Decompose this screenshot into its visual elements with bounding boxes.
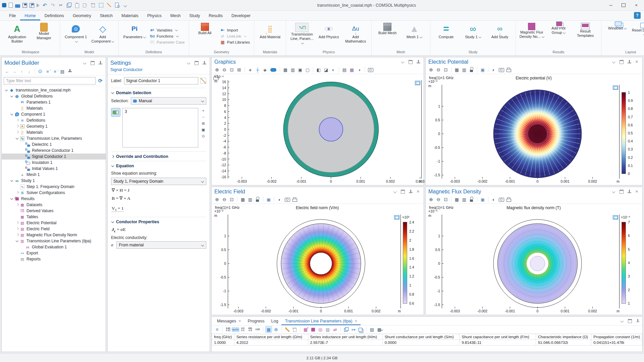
scene-icon[interactable] (330, 66, 337, 73)
float-window-icon[interactable] (619, 60, 624, 64)
camera-icon[interactable] (498, 196, 504, 203)
color-table-icon[interactable] (310, 326, 316, 333)
tree-item-transmission-line-parameters-tlpa[interactable]: Transmission Line Parameters (tlpa) (2, 238, 106, 244)
scene-icon[interactable] (276, 196, 283, 203)
tree-item-component-1[interactable]: Component 1 (2, 111, 106, 117)
add-icon[interactable]: + (200, 108, 206, 113)
menu-results[interactable]: Results (204, 11, 227, 20)
section-domain-selection[interactable]: Domain Selection (111, 88, 206, 97)
ribbon-reset-desktop-button[interactable]: Reset Desktop (631, 22, 644, 50)
tree-item-signal-conductor-1[interactable]: Signal Conductor 1 (2, 154, 106, 160)
table-row[interactable]: 1.00004.20122.5573E-70.00009.8143E-1151.… (212, 340, 642, 346)
delete-icon[interactable] (291, 326, 298, 333)
grid-icon[interactable] (282, 66, 289, 73)
ribbon-add-component-button[interactable]: Add Component (90, 22, 116, 50)
snapshot-icon[interactable] (613, 85, 618, 90)
print-icon[interactable] (291, 196, 298, 203)
ribbon-add-material-button[interactable]: Add Material (257, 22, 283, 50)
cut-icon[interactable] (58, 2, 64, 8)
tree-twisty-icon[interactable] (10, 196, 14, 201)
ribbon-magnetic-flux-density-no-button[interactable]: Magnetic Flux Density No... (519, 22, 545, 50)
snapshot-icon[interactable] (394, 215, 399, 220)
tree-twisty-icon[interactable] (15, 202, 20, 207)
grid2-icon[interactable] (247, 196, 254, 203)
environment-icon[interactable] (356, 66, 363, 73)
delete-icon[interactable] (90, 2, 96, 8)
pin-icon[interactable] (416, 60, 421, 64)
float-window-icon[interactable] (408, 60, 413, 64)
tree-item-global-evaluation-1[interactable]: Global Evaluation 1 (2, 244, 106, 250)
tree-item-study-1[interactable]: Study 1 (2, 178, 106, 184)
paste-icon[interactable]: ▣ (200, 127, 206, 132)
selection-active-toggle[interactable] (111, 108, 120, 117)
tree-item-export[interactable]: Export (2, 250, 106, 256)
clear-icon[interactable] (284, 326, 290, 333)
image-icon[interactable] (265, 196, 272, 203)
label-field[interactable] (124, 77, 198, 84)
lock-icon[interactable] (468, 196, 475, 203)
save-as-icon[interactable] (30, 3, 34, 8)
tab-close-icon[interactable]: × (238, 318, 241, 323)
wireframe-icon[interactable] (297, 66, 304, 73)
precision-085-icon[interactable]: 0.85 (254, 326, 261, 333)
zoom-out-icon[interactable] (435, 66, 442, 73)
ribbon-component-1-button[interactable]: Component 1 (63, 22, 89, 50)
copy-icon[interactable]: ⊞ (200, 121, 206, 126)
tab-transmission-line-parameters-tlpa[interactable]: Transmission Line Parameters (tlpa)× (281, 317, 361, 325)
zoom-in-icon[interactable] (214, 66, 220, 73)
ribbon-study-1-button[interactable]: Study 1 (460, 22, 486, 50)
float-window-icon[interactable] (90, 61, 95, 65)
float-window-icon[interactable] (400, 189, 406, 194)
lock-icon[interactable] (468, 66, 475, 73)
minimize-button[interactable]: ─ (605, 1, 616, 9)
tree-item-mesh-1[interactable]: Mesh 1 (2, 172, 106, 178)
save-icon[interactable] (22, 3, 27, 8)
chevron-down-icon[interactable] (611, 60, 616, 64)
tree-item-materials[interactable]: Materials (2, 105, 106, 111)
sort-desc-icon[interactable] (52, 68, 58, 75)
ribbon-result-templates-button[interactable]: Result Templates (572, 22, 598, 50)
run-icon[interactable] (37, 3, 40, 7)
tab-log[interactable]: Log (268, 317, 282, 325)
refresh-icon[interactable] (97, 77, 104, 84)
float-window-icon[interactable] (627, 319, 633, 323)
tree-item-global-definitions[interactable]: Global Definitions (2, 93, 106, 99)
row-header-icon[interactable] (369, 326, 375, 333)
scene-icon[interactable] (490, 196, 497, 203)
paste-icon[interactable] (74, 2, 80, 8)
zoom-out-icon[interactable] (435, 196, 442, 203)
grid-icon[interactable] (453, 196, 460, 203)
geometry-plot[interactable] (228, 80, 422, 179)
conductivity-dropdown[interactable]: From material (116, 241, 206, 249)
pin-icon[interactable] (635, 319, 640, 323)
copy-all-icon[interactable] (358, 326, 364, 333)
chevron-down-icon[interactable] (392, 189, 398, 194)
sort-asc-icon[interactable] (44, 68, 51, 75)
zoom-out-icon[interactable] (221, 66, 228, 73)
tree-twisty-icon[interactable] (15, 233, 20, 237)
pan-icon[interactable] (247, 66, 254, 73)
select-icon[interactable] (98, 2, 104, 8)
section-conductor-properties[interactable]: Conductor Properties (111, 217, 206, 226)
plot-table-icon[interactable] (317, 326, 324, 333)
ribbon-variables-button[interactable]: Variables (150, 28, 185, 33)
precision-850-icon[interactable]: 850e-3 (247, 326, 254, 333)
rename-icon[interactable] (200, 78, 206, 84)
auto-icon[interactable] (232, 326, 239, 333)
close-icon[interactable] (634, 189, 640, 194)
tree-item-insulation-1[interactable]: Insulation 1 (2, 160, 106, 166)
zoom-extents-icon[interactable] (442, 196, 449, 203)
collapse-icon[interactable] (59, 68, 66, 75)
print-icon[interactable] (505, 66, 512, 73)
close-icon[interactable] (634, 60, 640, 64)
view-icon[interactable] (269, 66, 278, 73)
ribbon-import-button[interactable]: Import (220, 28, 250, 33)
ribbon-compute-button[interactable]: Compute (433, 22, 459, 50)
zoom-out-icon[interactable] (221, 196, 228, 203)
grid2-icon[interactable] (289, 66, 296, 73)
float-window-icon[interactable] (194, 61, 199, 65)
new-icon[interactable] (9, 3, 13, 8)
grid2-icon[interactable] (461, 66, 468, 73)
ribbon-add-physics-button[interactable]: Add Physics (316, 22, 342, 50)
tree-item-parameters-1[interactable]: Parameters 1 (2, 99, 106, 105)
